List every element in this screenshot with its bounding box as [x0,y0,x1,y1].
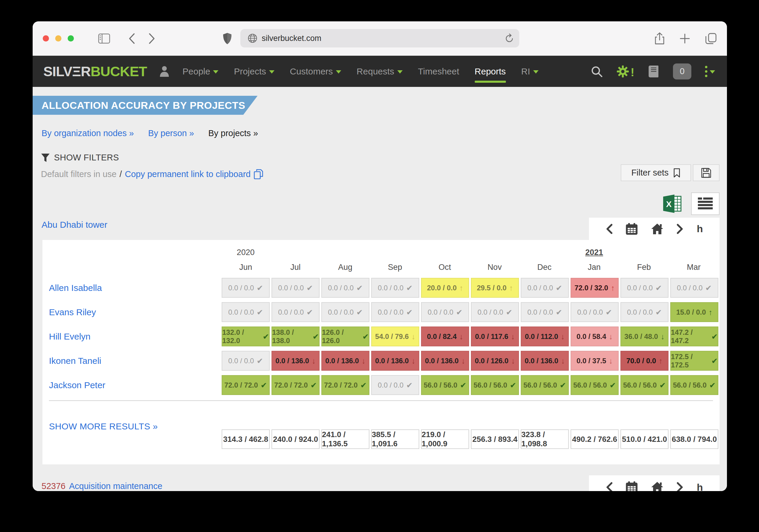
nav-item-people[interactable]: People [182,56,219,87]
allocation-cell[interactable]: 0.0 / 136.0↓ [521,351,569,371]
nav-item-ri[interactable]: RI [521,56,539,87]
handbook-icon[interactable] [648,65,659,78]
project-link-abu-dhabi-tower[interactable]: Abu Dhabi tower [42,220,107,230]
calendar-icon[interactable] [626,481,638,491]
allocation-cell[interactable]: 56.0 / 56.0✔ [421,375,469,395]
notification-badge[interactable]: 0 [673,63,691,80]
scroll-right-icon[interactable] [676,224,684,234]
hours-mode-toggle[interactable]: h [697,481,703,491]
allocation-cell[interactable]: 0.0 / 0.0✔ [471,302,519,322]
allocation-cell[interactable]: 56.0 / 56.0✔ [471,375,519,395]
allocation-cell[interactable]: 0.0 / 0.0✔ [620,302,668,322]
project-link-acquisition-maintenance[interactable]: Acquisition maintenance [69,481,162,491]
reload-icon[interactable] [505,33,514,43]
calendar-icon[interactable] [626,223,638,235]
allocation-cell[interactable]: 0.0 / 117.6↓ [471,326,519,346]
shield-icon[interactable] [222,32,232,45]
allocation-cell[interactable]: 56.0 / 56.0✔ [571,375,619,395]
settings-alert-icon[interactable]: ! [616,65,634,78]
allocation-cell[interactable]: 172.5 / 172.5✔ [670,351,718,371]
nav-item-timesheet[interactable]: Timesheet [418,56,459,87]
view-link-org-nodes[interactable]: By organization nodes » [42,129,134,138]
allocation-cell[interactable]: 0.0 / 136.0↓ [321,351,369,371]
person-link[interactable]: Hill Evelyn [49,331,91,342]
allocation-cell[interactable]: 72.0 / 32.0↑ [571,278,619,298]
allocation-cell[interactable]: 54.0 / 79.6↓ [371,326,419,346]
allocation-cell[interactable]: 0.0 / 0.0✔ [271,302,320,322]
allocation-cell[interactable]: 0.0 / 58.4↓ [571,326,619,346]
sidebar-toggle-icon[interactable] [98,33,110,44]
scroll-left-icon[interactable] [606,482,613,491]
allocation-cell[interactable]: 56.0 / 56.0✔ [521,375,569,395]
excel-export-icon[interactable]: X [662,195,682,213]
allocation-cell[interactable]: 29.5 / 0.0↑ [471,278,519,298]
person-link[interactable]: Allen Isabella [49,283,102,293]
share-icon[interactable] [655,32,665,45]
forward-icon[interactable] [148,33,156,45]
view-link-by-person[interactable]: By person » [148,129,194,138]
allocation-cell[interactable]: 70.0 / 0.0↑ [620,351,668,371]
silverbucket-logo[interactable]: SILVΞRBUCKET [43,63,147,80]
user-icon[interactable] [159,65,170,77]
allocation-cell[interactable]: 147.2 / 147.2✔ [670,326,718,346]
nav-item-projects[interactable]: Projects [234,56,274,87]
allocation-cell[interactable]: 0.0 / 0.0✔ [321,302,369,322]
person-link[interactable]: Evans Riley [49,307,96,317]
address-bar[interactable]: silverbucket.com [240,29,519,48]
nav-item-customers[interactable]: Customers [290,56,341,87]
scroll-right-icon[interactable] [676,482,684,491]
allocation-cell[interactable]: 0.0 / 0.0✔ [521,278,569,298]
nav-item-reports[interactable]: Reports [475,56,506,87]
allocation-cell[interactable]: 132.0 / 132.0✔ [221,326,270,346]
allocation-cell[interactable]: 0.0 / 136.0↓ [271,351,320,371]
close-window-button[interactable] [43,35,49,42]
copy-permalink-link[interactable]: Copy permanent link to clipboard [125,169,263,179]
allocation-cell[interactable]: 0.0 / 37.5↓ [571,351,619,371]
allocation-cell[interactable]: 0.0 / 0.0✔ [421,302,469,322]
allocation-cell[interactable]: 20.0 / 0.0↑ [421,278,469,298]
allocation-cell[interactable]: 72.0 / 72.0✔ [321,375,369,395]
more-menu-icon[interactable] [705,66,715,77]
allocation-cell[interactable]: 0.0 / 82.4↓ [421,326,469,346]
allocation-cell[interactable]: 0.0 / 0.0✔ [221,278,270,298]
view-link-by-projects[interactable]: By projects » [208,129,258,138]
allocation-cell[interactable]: 0.0 / 0.0✔ [371,375,419,395]
search-icon[interactable] [591,65,603,77]
new-tab-icon[interactable] [679,33,690,44]
nav-item-requests[interactable]: Requests [357,56,403,87]
show-more-results-link[interactable]: SHOW MORE RESULTS » [49,421,158,432]
filter-sets-button[interactable]: Filter sets [621,164,691,181]
allocation-cell[interactable]: 0.0 / 0.0✔ [271,278,320,298]
allocation-cell[interactable]: 36.0 / 48.0↓ [620,326,668,346]
allocation-cell[interactable]: 0.0 / 0.0✔ [571,302,619,322]
allocation-cell[interactable]: 0.0 / 0.0✔ [321,278,369,298]
tabs-overview-icon[interactable] [705,33,717,45]
list-view-toggle[interactable] [691,192,720,215]
allocation-cell[interactable]: 0.0 / 112.0↓ [521,326,569,346]
allocation-cell[interactable]: 72.0 / 72.0✔ [271,375,320,395]
zoom-window-button[interactable] [68,35,74,42]
allocation-cell[interactable]: 0.0 / 0.0✔ [521,302,569,322]
allocation-cell[interactable]: 56.0 / 56.0✔ [670,375,718,395]
allocation-cell[interactable]: 0.0 / 0.0✔ [221,302,270,322]
allocation-cell[interactable]: 72.0 / 72.0✔ [221,375,270,395]
show-filters-toggle[interactable]: SHOW FILTERS [41,153,119,163]
allocation-cell[interactable]: 0.0 / 0.0✔ [620,278,668,298]
scroll-left-icon[interactable] [606,224,613,234]
allocation-cell[interactable]: 126.0 / 126.0✔ [321,326,369,346]
allocation-cell[interactable]: 0.0 / 0.0✔ [670,278,718,298]
home-icon[interactable] [651,223,664,235]
allocation-cell[interactable]: 0.0 / 136.0↓ [371,351,419,371]
person-link[interactable]: Ikonen Taneli [49,356,101,366]
back-icon[interactable] [128,33,136,45]
allocation-cell[interactable]: 0.0 / 126.0↓ [471,351,519,371]
save-filter-set-button[interactable] [693,164,720,181]
hours-mode-toggle[interactable]: h [697,223,703,235]
allocation-cell[interactable]: 0.0 / 0.0✔ [371,302,419,322]
minimize-window-button[interactable] [55,35,61,42]
allocation-cell[interactable]: 138.0 / 138.0✔ [271,326,320,346]
traffic-lights[interactable] [43,35,74,42]
allocation-cell[interactable]: 0.0 / 0.0✔ [221,351,270,371]
allocation-cell[interactable]: 0.0 / 136.0↓ [421,351,469,371]
person-link[interactable]: Jackson Peter [49,380,105,390]
